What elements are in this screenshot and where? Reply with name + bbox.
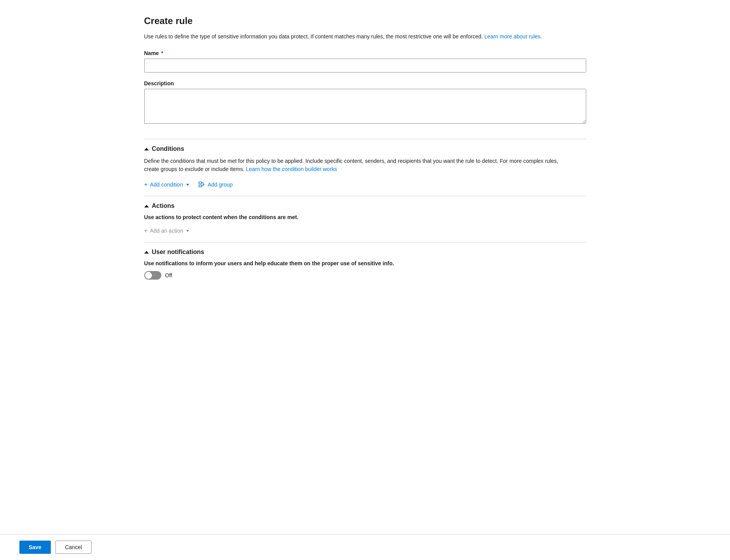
add-condition-chevron-icon bbox=[186, 184, 189, 186]
description-field-group: Description bbox=[144, 80, 586, 133]
add-group-button[interactable]: Add group bbox=[198, 180, 233, 189]
conditions-section-header: Conditions bbox=[144, 145, 586, 152]
toggle-track bbox=[144, 271, 161, 280]
page-title: Create rule bbox=[144, 16, 586, 26]
conditions-description: Define the conditions that must be met f… bbox=[144, 157, 571, 173]
svg-rect-1 bbox=[199, 185, 202, 187]
cancel-button[interactable]: Cancel bbox=[55, 541, 92, 554]
notifications-description: Use notifications to inform your users a… bbox=[144, 260, 586, 266]
description-input[interactable] bbox=[144, 89, 586, 124]
group-icon bbox=[198, 181, 205, 188]
notifications-divider bbox=[144, 242, 586, 242]
notifications-toggle[interactable] bbox=[144, 271, 161, 280]
svg-rect-0 bbox=[199, 182, 202, 184]
actions-divider bbox=[144, 196, 586, 196]
add-condition-label: Add condition bbox=[150, 181, 183, 188]
actions-description: Use actions to protect content when the … bbox=[144, 214, 586, 220]
conditions-actions: + Add condition Add group bbox=[144, 180, 586, 190]
required-indicator: * bbox=[160, 50, 163, 56]
add-condition-button[interactable]: + Add condition bbox=[144, 180, 189, 190]
conditions-chevron-icon[interactable] bbox=[144, 148, 149, 150]
learn-more-rules-link[interactable]: Learn more about rules. bbox=[484, 33, 542, 40]
name-input[interactable] bbox=[144, 59, 586, 73]
page-description: Use rules to define the type of sensitiv… bbox=[144, 33, 571, 41]
learn-condition-builder-link[interactable]: Learn how the condition builder works bbox=[246, 166, 337, 172]
add-group-label: Add group bbox=[208, 181, 233, 188]
description-label: Description bbox=[144, 80, 586, 86]
user-notifications-section: User notifications Use notifications to … bbox=[144, 249, 586, 280]
conditions-divider bbox=[144, 139, 586, 139]
plus-icon: + bbox=[144, 181, 148, 188]
actions-section: Actions Use actions to protect content w… bbox=[144, 202, 586, 236]
notifications-chevron-icon[interactable] bbox=[144, 251, 149, 254]
notifications-section-title: User notifications bbox=[152, 249, 204, 256]
toggle-thumb bbox=[145, 272, 152, 279]
footer: Save Cancel bbox=[0, 534, 730, 560]
actions-section-header: Actions bbox=[144, 202, 586, 209]
actions-section-title: Actions bbox=[152, 202, 175, 209]
toggle-container: Off bbox=[144, 271, 586, 280]
add-action-plus-icon: + bbox=[144, 227, 148, 234]
actions-chevron-icon[interactable] bbox=[144, 205, 149, 207]
conditions-section-title: Conditions bbox=[152, 145, 185, 152]
add-action-label: Add an action bbox=[150, 228, 183, 234]
toggle-label: Off bbox=[165, 272, 172, 278]
notifications-section-header: User notifications bbox=[144, 249, 586, 256]
name-field-group: Name * bbox=[144, 50, 586, 80]
conditions-section: Conditions Define the conditions that mu… bbox=[144, 145, 586, 190]
add-action-chevron-icon bbox=[186, 230, 189, 232]
add-action-button[interactable]: + Add an action bbox=[144, 226, 190, 236]
save-button[interactable]: Save bbox=[19, 541, 51, 554]
name-label: Name * bbox=[144, 50, 586, 56]
